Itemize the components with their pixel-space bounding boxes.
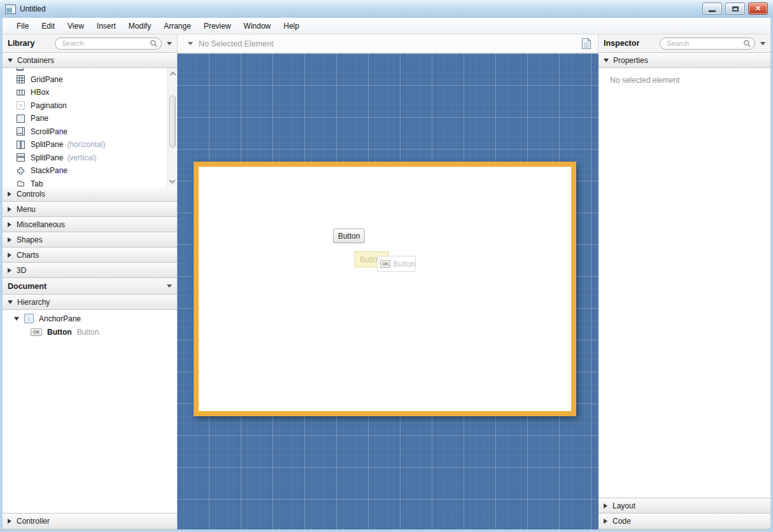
menu-window[interactable]: Window <box>238 19 278 33</box>
chevron-right-icon <box>604 503 607 508</box>
list-item-partial[interactable] <box>3 68 167 73</box>
app-icon <box>5 4 16 14</box>
flowpane-icon <box>17 68 24 71</box>
maximize-icon <box>732 6 739 11</box>
section-containers[interactable]: Containers <box>3 52 177 68</box>
splitpane-vertical-icon <box>17 153 25 162</box>
inspector-title: Inspector <box>604 39 639 48</box>
anchorpane-canvas[interactable]: Button Button OK Button <box>194 162 576 416</box>
scroll-up-arrow[interactable] <box>170 71 175 76</box>
hierarchy-empty-area <box>3 339 177 514</box>
section-menu[interactable]: Menu <box>3 201 177 217</box>
search-icon <box>150 39 158 48</box>
main-area: Library Containers <box>3 34 770 529</box>
inspector-search-input[interactable] <box>667 39 743 47</box>
library-panel: Library Containers <box>3 34 177 529</box>
canvas-button[interactable]: Button <box>333 228 365 243</box>
selection-label: No Selected Element <box>199 39 273 48</box>
close-icon: ✕ <box>755 4 761 13</box>
menu-arrange[interactable]: Arrange <box>157 19 197 33</box>
controller-label: Controller <box>17 517 50 526</box>
hierarchy-label: Hierarchy <box>17 298 50 307</box>
menu-modify[interactable]: Modify <box>122 19 157 33</box>
scrollbar-thumb[interactable] <box>169 95 176 148</box>
properties-empty-message: No selected element <box>599 68 770 498</box>
document-menu-button[interactable] <box>167 284 172 288</box>
list-item-scrollpane[interactable]: ScrollPane <box>3 125 167 139</box>
tree-row-anchorpane[interactable]: ↓ AnchorPane <box>3 312 177 325</box>
section-containers-label: Containers <box>17 56 54 65</box>
list-item-stackpane[interactable]: StackPane <box>3 164 167 178</box>
section-hierarchy[interactable]: Hierarchy <box>3 294 177 310</box>
library-search[interactable] <box>55 38 162 50</box>
library-search-input[interactable] <box>62 39 150 47</box>
menubar: File Edit View Insert Modify Arrange Pre… <box>3 18 770 34</box>
menu-edit[interactable]: Edit <box>35 19 61 33</box>
fxml-document-icon[interactable] <box>581 38 592 50</box>
workspace: Button Button OK Button <box>177 53 599 529</box>
pane-icon <box>17 115 25 123</box>
list-item-pane[interactable]: Pane <box>3 112 167 125</box>
menu-file[interactable]: File <box>10 19 35 33</box>
chevron-right-icon <box>604 519 607 524</box>
chevron-right-icon <box>8 253 11 258</box>
tree-row-button[interactable]: OK Button Button <box>3 325 177 339</box>
inspector-panel: Inspector Properties No selected e <box>599 34 770 529</box>
tree-expand-icon[interactable] <box>14 317 19 321</box>
close-button[interactable]: ✕ <box>748 3 768 15</box>
section-code[interactable]: Code <box>599 513 770 529</box>
search-icon <box>743 39 751 48</box>
section-controls[interactable]: Controls <box>3 186 177 202</box>
menu-preview[interactable]: Preview <box>197 19 238 33</box>
section-charts[interactable]: Charts <box>3 247 177 263</box>
hbox-icon <box>17 88 25 97</box>
drag-preview: OK Button <box>377 256 416 272</box>
pagination-icon: ? <box>17 101 25 109</box>
anchorpane-icon: ↓ <box>24 314 34 323</box>
scroll-down-arrow[interactable] <box>170 179 175 184</box>
button-icon: OK <box>380 260 390 268</box>
section-properties[interactable]: Properties <box>599 52 770 68</box>
maximize-button[interactable] <box>725 3 745 15</box>
minimize-icon <box>709 10 716 12</box>
window-controls: ✕ <box>702 3 768 15</box>
selection-bar[interactable]: No Selected Element <box>177 34 599 53</box>
inspector-menu-button[interactable] <box>760 42 765 45</box>
minimize-button[interactable] <box>702 3 722 15</box>
menu-view[interactable]: View <box>61 19 90 33</box>
window-title: Untitled <box>20 4 46 13</box>
section-layout[interactable]: Layout <box>599 498 770 514</box>
menu-help[interactable]: Help <box>277 19 306 33</box>
section-controller[interactable]: Controller <box>3 513 177 529</box>
chevron-right-icon <box>8 222 11 227</box>
list-item-tab[interactable]: Tab <box>3 178 167 187</box>
containers-list: GridPane HBox ? Pagination Pane <box>3 68 177 186</box>
list-item-hbox[interactable]: HBox <box>3 86 167 99</box>
app-window: Untitled ✕ File Edit View Insert Modify … <box>0 0 773 532</box>
chevron-right-icon <box>8 192 11 197</box>
chevron-down-icon <box>8 300 13 304</box>
library-title: Library <box>8 39 34 48</box>
menu-insert[interactable]: Insert <box>90 19 122 33</box>
list-item-pagination[interactable]: ? Pagination <box>3 99 167 113</box>
section-3d[interactable]: 3D <box>3 262 177 278</box>
titlebar[interactable]: Untitled ✕ <box>0 0 773 18</box>
library-menu-button[interactable] <box>167 42 172 45</box>
chevron-down-icon <box>604 59 609 62</box>
list-item-splitpane-vertical[interactable]: SplitPane (vertical) <box>3 151 167 165</box>
section-shapes[interactable]: Shapes <box>3 232 177 248</box>
chevron-down-icon <box>8 59 13 62</box>
containers-scrollbar[interactable] <box>167 68 176 186</box>
hierarchy-tree: ↓ AnchorPane OK Button Button <box>3 310 177 339</box>
chevron-right-icon <box>8 237 11 242</box>
tab-icon <box>17 179 25 186</box>
document-header[interactable]: Document <box>3 277 177 295</box>
splitpane-horizontal-icon <box>17 141 25 149</box>
inspector-search[interactable] <box>660 38 755 50</box>
document-title: Document <box>8 282 46 291</box>
list-item-splitpane-horizontal[interactable]: SplitPane (horizontal) <box>3 138 167 151</box>
section-miscellaneous[interactable]: Miscellaneous <box>3 216 177 232</box>
chevron-right-icon <box>8 268 11 273</box>
list-item-gridpane[interactable]: GridPane <box>3 73 167 87</box>
scrollpane-icon <box>17 127 25 136</box>
